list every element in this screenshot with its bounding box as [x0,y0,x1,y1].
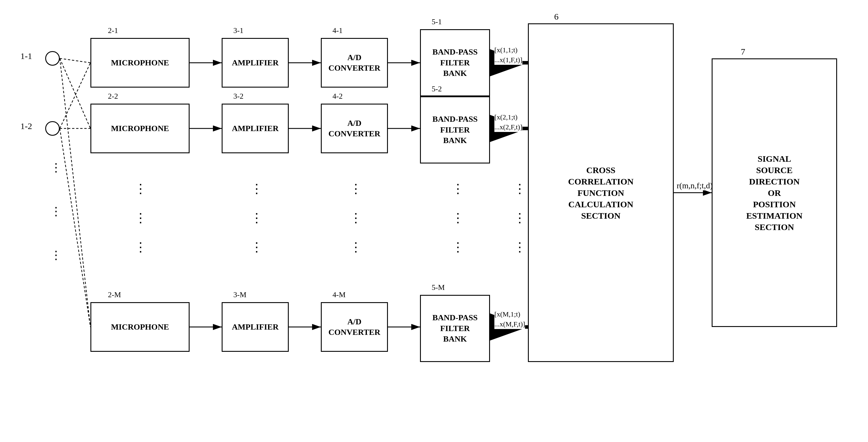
rowM-bpf-block: BAND-PASS FILTER BANK [420,295,490,362]
ref-2-2: 2-2 [108,92,118,101]
dots-row-bpf3: ⋮ [452,239,464,255]
dots-row-mic: ⋮ [134,181,147,196]
dots-mics: ⋮ [50,160,62,174]
dots-row-amp2: ⋮ [250,210,263,225]
row2-mic-block: MICROPHONE [90,104,190,153]
ref-2-1: 2-1 [108,26,118,35]
svg-line-4 [60,58,90,128]
rowM-adc-block: A/D CONVERTER [321,302,388,352]
signal-src-block: SIGNAL SOURCE DIRECTION OR POSITION ESTI… [712,58,837,327]
ref-3-2: 3-2 [233,92,244,101]
row2-bpf-block: BAND-PASS FILTER BANK [420,96,490,164]
dots-row-adc2: ⋮ [349,210,362,225]
ref-5-1: 5-1 [432,18,442,26]
row2-amp-block: AMPLIFIER [222,104,289,153]
mic2-label: 1-2 [21,121,32,131]
row1-output: [x(1,1;t) ...x(1,F,t)] [494,45,522,65]
svg-line-2 [60,58,90,63]
dots-row-bpf2: ⋮ [452,210,464,225]
row1-adc-block: A/D CONVERTER [321,38,388,88]
dots-row-amp3: ⋮ [250,239,263,255]
ref-4-2: 4-2 [333,92,343,101]
row2-output: [x(2,1;t) ...x(2,F,t)] [494,112,522,132]
mic-circle-2 [45,121,60,136]
dots-row-out: ⋮ [513,181,526,196]
rowM-amp-block: AMPLIFIER [222,302,289,352]
ref-4-1: 4-1 [333,26,343,35]
cross-corr-block: CROSS CORRELATION FUNCTION CALCULATION S… [528,23,674,362]
svg-line-6 [60,58,90,327]
ref-5-M: 5-M [432,283,445,292]
row2-adc-block: A/D CONVERTER [321,104,388,153]
dots-row-adc: ⋮ [349,181,362,196]
rowM-mic-block: MICROPHONE [90,302,190,352]
svg-line-7 [60,128,90,327]
ref-4-M: 4-M [333,291,346,299]
dots-mics3: ⋮ [50,248,62,262]
dots-row-mic2: ⋮ [134,210,147,225]
ref-3-1: 3-1 [233,26,244,35]
dots-row-mic3: ⋮ [134,239,147,255]
row1-amp-block: AMPLIFIER [222,38,289,88]
dots-row-out3: ⋮ [513,239,526,255]
ref-7: 7 [741,47,745,57]
dots-row-adc3: ⋮ [349,239,362,255]
dots-row-out2: ⋮ [513,210,526,225]
mic-circle-1 [45,51,60,66]
dots-row-amp: ⋮ [250,181,263,196]
dots-row-bpf: ⋮ [452,181,464,196]
rowM-output: [x(M,1;t) ...x(M,F,t)] [494,310,525,329]
row1-mic-block: MICROPHONE [90,38,190,88]
svg-line-5 [60,63,90,128]
row1-bpf-block: BAND-PASS FILTER BANK [420,29,490,96]
mic1-label: 1-1 [21,51,32,61]
ref-2-M: 2-M [108,291,121,299]
cross-output: r(m,n,f;t,d) [677,181,713,190]
ref-5-2: 5-2 [432,85,442,93]
ref-3-M: 3-M [233,291,246,299]
ref-6: 6 [554,12,559,22]
dots-mics2: ⋮ [50,204,62,218]
